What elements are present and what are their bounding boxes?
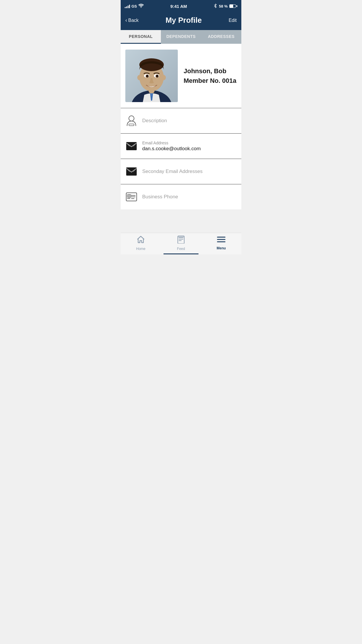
svg-point-6 [162, 75, 166, 80]
info-section: Description Email Address dan.s.cooke@ou… [121, 108, 241, 209]
profile-member-no: Member No. 001a [184, 77, 237, 85]
home-icon [137, 235, 145, 246]
svg-point-11 [147, 75, 148, 76]
signal-icon [125, 4, 130, 8]
tab-personal[interactable]: PERSONAL [121, 30, 161, 44]
feed-label: Feed [177, 247, 185, 251]
description-item[interactable]: Description [121, 108, 241, 134]
business-phone-item[interactable]: Business Phone [121, 184, 241, 209]
svg-point-13 [129, 116, 134, 121]
menu-icon [217, 236, 226, 245]
svg-point-12 [157, 75, 158, 76]
back-label: Back [128, 18, 139, 23]
business-phone-placeholder: Business Phone [142, 194, 237, 200]
status-left: GS [125, 4, 144, 9]
profile-photo [125, 50, 178, 102]
feed-icon [177, 235, 185, 246]
email-item[interactable]: Email Address dan.s.cooke@outlook.com [121, 134, 241, 159]
secondary-email-icon [125, 165, 138, 178]
secondary-email-item[interactable]: Seconday Email Addresses [121, 159, 241, 184]
svg-point-19 [128, 195, 130, 197]
svg-rect-16 [126, 167, 137, 176]
nav-home[interactable]: Home [121, 235, 161, 251]
status-right: 58 % [214, 3, 237, 9]
tab-addresses[interactable]: ADDRESSES [201, 30, 241, 44]
menu-label: Menu [217, 246, 226, 250]
tabs: PERSONAL DEPENDENTS ADDRESSES [121, 30, 241, 44]
nav-menu[interactable]: Menu [201, 236, 241, 250]
email-content: Email Address dan.s.cooke@outlook.com [142, 141, 237, 152]
back-button[interactable]: ‹ Back [125, 17, 139, 23]
page-title: My Profile [166, 16, 202, 25]
chevron-left-icon: ‹ [125, 17, 127, 23]
profile-name: Johnson, Bob [184, 67, 237, 76]
svg-point-5 [137, 75, 141, 80]
battery-percent: 58 % [219, 4, 228, 8]
status-time: 9:41 AM [171, 4, 187, 9]
profile-card: Johnson, Bob Member No. 001a [121, 44, 241, 108]
svg-rect-15 [126, 142, 137, 150]
carrier-label: GS [131, 4, 137, 8]
secondary-email-placeholder: Seconday Email Addresses [142, 169, 237, 174]
wifi-icon [138, 4, 144, 9]
nav-feed[interactable]: Feed [161, 235, 201, 251]
svg-rect-14 [129, 124, 134, 126]
bluetooth-icon [214, 3, 217, 9]
secondary-email-content: Seconday Email Addresses [142, 169, 237, 174]
person-icon [125, 115, 138, 127]
edit-button[interactable]: Edit [229, 18, 237, 23]
home-label: Home [136, 247, 145, 251]
profile-info: Johnson, Bob Member No. 001a [184, 67, 237, 85]
nav-header: ‹ Back My Profile Edit [121, 12, 241, 30]
card-icon [125, 191, 138, 203]
svg-rect-21 [178, 236, 184, 237]
email-icon [125, 140, 138, 152]
description-content: Description [142, 118, 237, 124]
description-placeholder: Description [142, 118, 237, 124]
battery-icon [229, 4, 237, 8]
nav-indicator [164, 253, 198, 254]
bottom-nav: Home Feed Menu [121, 233, 241, 254]
email-label: Email Address [142, 141, 237, 145]
status-bar: GS 9:41 AM 58 % [121, 0, 241, 12]
tab-dependents[interactable]: DEPENDENTS [161, 30, 201, 44]
email-value: dan.s.cooke@outlook.com [142, 146, 237, 152]
business-phone-content: Business Phone [142, 194, 237, 200]
